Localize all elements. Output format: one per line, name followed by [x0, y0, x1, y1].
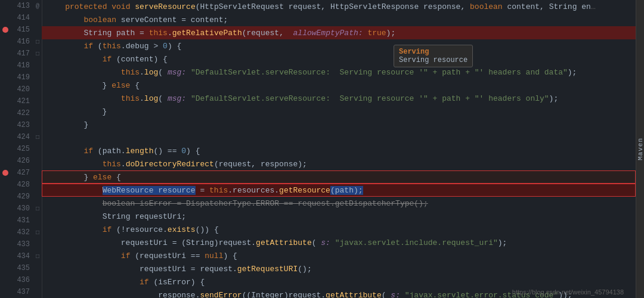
code-line-416: if (this.debug > 0) {: [42, 39, 636, 52]
line-row-431: 431: [0, 215, 42, 226]
line-num-423: 423: [11, 121, 33, 129]
code-line-433: requestUri = request.getRequestURI();: [42, 262, 636, 275]
code-line-414: boolean serveContent = content;: [42, 13, 636, 26]
fold-432: □: [33, 229, 42, 236]
popup-title: Serving: [399, 48, 467, 56]
code-text-414: boolean serveContent = content;: [47, 15, 228, 24]
maven-label: Maven: [637, 138, 644, 160]
bottom-url: https://blog.csdn.net/weixin_45794138: [512, 288, 624, 296]
code-text-417: if (content) {: [47, 55, 168, 64]
line-num-419: 419: [11, 73, 33, 82]
line-row-416: 416 □: [0, 36, 42, 48]
code-text-431: requestUri = (String)request.getAttribut…: [47, 238, 507, 247]
line-num-435: 435: [11, 264, 33, 272]
code-area: protected void serveResource(HttpServlet…: [42, 0, 636, 298]
code-text-434: if (isError) {: [47, 278, 205, 287]
code-line-421: }: [42, 105, 636, 118]
line-num-427: 427: [11, 169, 33, 177]
hover-popup: Serving Serving resource: [394, 45, 473, 67]
fold-417: □: [33, 51, 42, 57]
code-line-429: String requestUri;: [42, 210, 636, 223]
line-row-420: 420: [0, 83, 42, 95]
line-row-432: 432 □: [0, 226, 42, 238]
code-line-415: String path = this.getRelativePath(reque…: [42, 26, 636, 39]
line-num-416: 416: [11, 38, 33, 46]
code-text-425: this.doDirectoryRedirect(request, respon…: [47, 160, 307, 169]
code-text-426: } else {: [47, 173, 121, 182]
code-line-417: if (content) {: [42, 52, 636, 66]
code-line-428: boolean isError = DispatcherType.ERROR =…: [42, 197, 636, 210]
line-row-413: 413 @: [0, 0, 42, 12]
line-num-428: 428: [11, 181, 33, 189]
line-num-429: 429: [11, 193, 33, 201]
line-row-430: 430 □: [0, 203, 42, 215]
code-text-429: String requestUri;: [47, 212, 186, 221]
code-text-418: this.log( msg: "DefaultServlet.serveReso…: [47, 68, 577, 77]
line-row-424: 424 □: [0, 131, 42, 143]
code-text-427: WebResource resource = this.resources.ge…: [47, 186, 363, 195]
breakpoint-415: [0, 27, 11, 33]
code-text-423: [47, 134, 51, 142]
breakpoint-427: [0, 170, 11, 176]
code-line-424: if (path.length() == 0) {: [42, 144, 636, 157]
line-num-437: 437: [11, 288, 33, 296]
code-line-434: if (isError) {: [42, 275, 636, 288]
line-num-420: 420: [11, 85, 33, 94]
code-text-419: } else {: [47, 81, 140, 90]
line-num-418: 418: [11, 61, 33, 70]
code-text-432: if (requestUri == null) {: [47, 252, 237, 260]
line-row-415: 415: [0, 24, 42, 36]
line-row-433: 433: [0, 238, 42, 250]
code-line-427: WebResource resource = this.resources.ge…: [42, 184, 636, 197]
line-row-419: 419: [0, 72, 42, 83]
popup-body: Serving resource: [399, 56, 467, 64]
maven-tab[interactable]: Maven: [636, 0, 644, 298]
code-line-419: } else {: [42, 79, 636, 92]
fold-430: □: [33, 206, 42, 212]
line-row-425: 425: [0, 143, 42, 155]
code-text-415: String path = this.getRelativePath(reque…: [47, 29, 395, 38]
line-num-424: 424: [11, 133, 33, 141]
line-row-434: 434 □: [0, 250, 42, 262]
line-num-430: 430: [11, 204, 33, 213]
breakpoint-dot-415: [2, 27, 8, 33]
line-row-435: 435: [0, 262, 42, 274]
line-row-429: 429: [0, 191, 42, 203]
line-num-415: 415: [11, 26, 33, 34]
code-text-424: if (path.length() == 0) {: [47, 147, 200, 156]
line-row-426: 426: [0, 155, 42, 167]
line-num-433: 433: [11, 240, 33, 249]
fold-424: □: [33, 134, 42, 141]
line-row-422: 422: [0, 107, 42, 119]
code-line-420: this.log( msg: "DefaultServlet.serveReso…: [42, 92, 636, 105]
code-text-420: this.log( msg: "DefaultServlet.serveReso…: [47, 94, 558, 103]
fold-416: □: [33, 39, 42, 45]
code-line-432: if (requestUri == null) {: [42, 249, 636, 262]
code-line-423: [42, 131, 636, 144]
code-line-426: } else {: [42, 170, 636, 184]
fold-413: @: [33, 3, 42, 10]
line-num-436: 436: [11, 276, 33, 284]
line-row-436: 436: [0, 274, 42, 286]
code-text-435: response.sendError((Integer)request.getA…: [47, 291, 572, 299]
code-line-430: if (!resource.exists()) {: [42, 223, 636, 236]
line-num-417: 417: [11, 49, 33, 58]
line-row-423: 423: [0, 119, 42, 131]
line-num-432: 432: [11, 228, 33, 237]
line-row-437: 437: [0, 286, 42, 298]
line-num-422: 422: [11, 109, 33, 117]
line-row-428: 428: [0, 179, 42, 191]
line-num-426: 426: [11, 157, 33, 165]
line-row-417: 417 □: [0, 48, 42, 60]
code-text-433: requestUri = request.getRequestURI();: [47, 265, 312, 274]
line-row-421: 421: [0, 95, 42, 107]
line-num-413: 413: [11, 2, 33, 10]
code-line-431: requestUri = (String)request.getAttribut…: [42, 236, 636, 249]
code-text-430: if (!resource.exists()) {: [47, 225, 219, 234]
code-line-425: this.doDirectoryRedirect(request, respon…: [42, 157, 636, 170]
line-row-414: 414: [0, 12, 42, 24]
breakpoint-dot-427: [2, 170, 8, 176]
line-num-425: 425: [11, 145, 33, 153]
code-text-413: protected void serveResource(HttpServlet…: [47, 2, 596, 11]
code-text-421: }: [47, 107, 107, 116]
